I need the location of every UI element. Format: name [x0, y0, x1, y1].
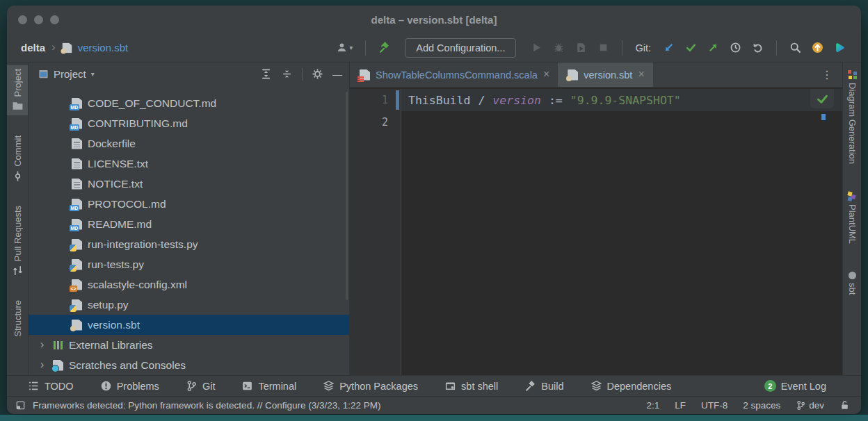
toolwindow-button[interactable]: Git [186, 380, 216, 392]
tree-item-label: CONTRIBUTING.md [88, 117, 188, 130]
run-button[interactable] [531, 42, 542, 53]
breadcrumb-file[interactable]: version.sbt [78, 42, 129, 53]
stop-button[interactable] [597, 42, 609, 53]
update-available-button[interactable] [812, 42, 823, 53]
line-number: 1 [382, 94, 388, 106]
tree-row[interactable]: README.md [29, 214, 349, 234]
tree-row[interactable]: › External Libraries [29, 335, 349, 355]
add-configuration-button[interactable]: Add Configuration... [405, 38, 516, 58]
git-branch-widget[interactable]: dev [796, 400, 824, 411]
file-encoding[interactable]: UTF-8 [701, 400, 728, 411]
git-push-button[interactable] [707, 42, 719, 53]
tree-item-label: run-tests.py [88, 258, 144, 271]
scrollbar-thumb[interactable] [346, 92, 348, 300]
toolwindow-button[interactable]: Python Packages [323, 380, 418, 392]
git-update-button[interactable] [663, 42, 675, 53]
tool-stripe-button[interactable]: Diagram Generation [843, 67, 861, 167]
lock-icon[interactable] [839, 400, 850, 411]
rollback-button[interactable] [752, 42, 764, 53]
tool-stripe-button[interactable]: Pull Requests [7, 202, 28, 280]
git-commit-button[interactable] [685, 42, 697, 53]
tool-stripe-button[interactable]: PlantUML [843, 188, 861, 247]
traffic-light-minimize-button[interactable] [34, 15, 43, 24]
gear-icon[interactable] [312, 68, 323, 80]
close-icon[interactable]: × [638, 69, 644, 81]
editor[interactable]: 1 2 ThisBuild/version:="9.9.9-SNAPSHOT" [350, 88, 842, 375]
toolwindow-button[interactable]: Terminal [241, 380, 296, 392]
ide-window: delta – version.sbt [delta] delta › vers… [7, 6, 861, 414]
expand-all-icon[interactable] [260, 68, 272, 80]
code-surface[interactable]: ThisBuild/version:="9.9.9-SNAPSHOT" [401, 89, 842, 375]
toolwindow-button-label: Event Log [781, 381, 826, 392]
tree-item-label: PROTOCOL.md [88, 198, 166, 210]
editor-tab[interactable]: version.sbt × [558, 63, 652, 87]
project-panel-title[interactable]: Project [54, 68, 86, 80]
tool-stripe-button[interactable]: Structure [7, 297, 28, 340]
hide-panel-icon[interactable]: — [332, 69, 342, 79]
tool-stripe-button[interactable]: Project [7, 65, 28, 115]
tree-row[interactable]: CONTRIBUTING.md [29, 113, 349, 133]
tree-row[interactable]: setup.py [29, 295, 349, 315]
tree-row[interactable]: build.sbt [29, 86, 349, 93]
right-tool-stripe: Diagram Generation PlantUML sbt [842, 63, 861, 375]
tree-row[interactable]: run-integration-tests.py [29, 234, 349, 254]
tree-row[interactable]: version.sbt [29, 315, 349, 335]
toolwindow-button[interactable]: sbt shell [444, 380, 498, 392]
editor-tab[interactable]: ShowTableColumnsCommand.scala × [350, 63, 558, 87]
toolwindow-button[interactable]: Build [524, 380, 563, 392]
toolwindow-button-label: Dependencies [607, 381, 672, 392]
tree-row[interactable]: scalastyle-config.xml [29, 274, 349, 295]
editor-tab-bar: ShowTableColumnsCommand.scala × version.… [350, 63, 842, 88]
collapse-all-icon[interactable] [281, 68, 293, 80]
desktop: delta – version.sbt [delta] delta › vers… [0, 0, 868, 421]
tree-chevron-icon[interactable]: › [37, 358, 47, 372]
file-type-icon [72, 320, 82, 331]
file-type-icon [72, 219, 82, 230]
status-message[interactable]: Frameworks detected: Python framework is… [33, 400, 380, 411]
toolwindow-toggle-icon[interactable] [15, 400, 26, 411]
tree-row[interactable]: › Scratches and Consoles [29, 355, 349, 375]
run-icon [531, 42, 542, 53]
toolwindow-button[interactable]: 2 Event Log [764, 380, 826, 392]
tree-chevron-icon[interactable]: › [37, 338, 47, 352]
indent-style[interactable]: 2 spaces [743, 400, 780, 411]
tool-stripe-button[interactable]: sbt [843, 268, 861, 298]
line-separator[interactable]: LF [675, 400, 686, 411]
traffic-light-zoom-button[interactable] [50, 15, 59, 24]
project-tree: build.sbt CODE_OF_CONDUCT.md [29, 85, 349, 375]
build-project-button[interactable] [378, 42, 390, 53]
debug-button[interactable] [553, 42, 565, 53]
more-icon[interactable]: ⋮ [812, 63, 842, 87]
tree-row[interactable]: NOTICE.txt [29, 174, 349, 194]
toolwindow-button[interactable]: TODO [28, 380, 74, 392]
search-everywhere-button[interactable] [789, 42, 801, 53]
traffic-light-close-button[interactable] [18, 15, 27, 24]
tree-row[interactable]: run-tests.py [29, 254, 349, 274]
tool-stripe-button[interactable]: Commit [7, 132, 28, 185]
breadcrumb-project[interactable]: delta [21, 42, 45, 53]
inspections-widget[interactable] [810, 89, 834, 108]
push-icon [707, 42, 719, 53]
folder-icon [12, 100, 24, 112]
tree-row[interactable]: LICENSE.txt [29, 154, 349, 174]
tool-stripe-label: sbt [847, 283, 858, 295]
caret-position[interactable]: 2:1 [646, 400, 659, 411]
stop-icon [597, 42, 609, 53]
tree-row[interactable]: PROTOCOL.md [29, 194, 349, 214]
file-type-icon [72, 138, 82, 149]
tab-label: ShowTableColumnsCommand.scala [376, 69, 538, 81]
close-icon[interactable]: × [543, 69, 549, 81]
toolwindow-button[interactable]: Dependencies [590, 380, 672, 392]
tree-item-label: run-integration-tests.py [88, 238, 198, 251]
tree-row[interactable]: Dockerfile [29, 133, 349, 154]
project-dropdown-caret-icon[interactable]: ▾ [91, 70, 95, 78]
user-account-button[interactable]: ▾ [336, 42, 353, 53]
code-with-me-button[interactable] [834, 42, 846, 53]
bottom-tool-bar: TODO Problems Git Terminal Python Pa [7, 375, 861, 396]
toolbar-divider [365, 40, 366, 56]
history-button[interactable] [730, 42, 741, 53]
tree-row[interactable]: CODE_OF_CONDUCT.md [29, 93, 349, 113]
toolwindow-button[interactable]: Problems [100, 380, 159, 392]
coverage-button[interactable] [575, 42, 587, 53]
tree-item-label: LICENSE.txt [88, 158, 148, 170]
